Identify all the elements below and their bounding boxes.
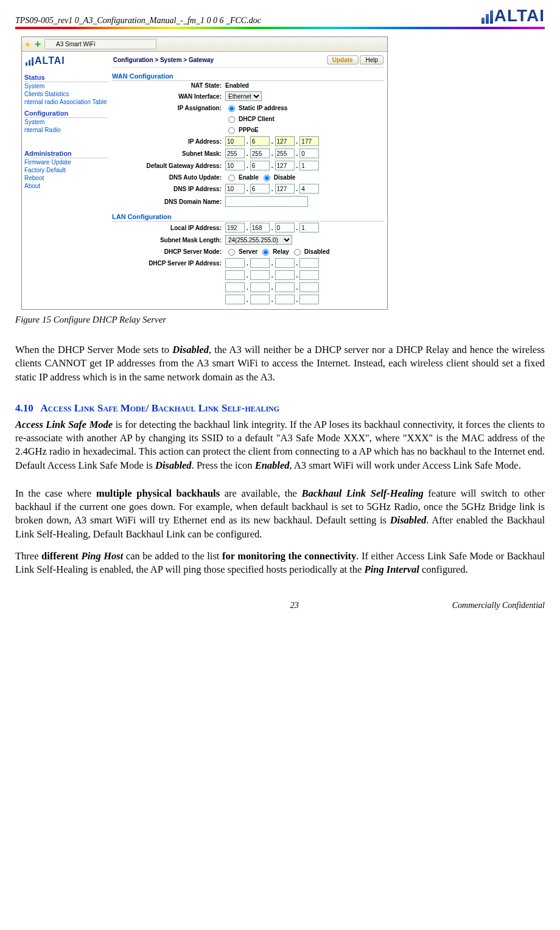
- figure-caption: Figure 15 Configure DHCP Relay Server: [15, 315, 545, 325]
- page-header: TPS09-005_rev1 0_A3_Configuration_Manual…: [15, 6, 545, 26]
- confidentiality-notice: Commercially Confidential: [452, 601, 545, 610]
- dhcp-srv4-oct1[interactable]: [225, 295, 245, 304]
- rainbow-divider: [15, 27, 545, 29]
- radio-dns-disable[interactable]: [264, 175, 270, 181]
- dhcp-srv4-oct4[interactable]: [299, 295, 319, 304]
- logo-text: ALTAI: [494, 6, 545, 26]
- gw-oct2[interactable]: [250, 161, 270, 170]
- dhcp-srv2-oct3[interactable]: [275, 270, 295, 280]
- local-ip-oct4[interactable]: [299, 223, 319, 232]
- logo-bars-icon: [481, 8, 493, 24]
- gw-oct1[interactable]: [225, 161, 245, 170]
- sidebar-item-config-system[interactable]: System: [23, 118, 108, 126]
- sidebar-item-factory-default[interactable]: Factory Default: [23, 166, 108, 174]
- radio-dhcp-server[interactable]: [228, 249, 235, 256]
- sidebar-item-internal-radio[interactable]: nternal Radio: [23, 126, 108, 134]
- sidebar-item-about[interactable]: About: [23, 182, 108, 190]
- breadcrumb: Configuration > System > Gateway: [113, 57, 214, 63]
- radio-dns-enable[interactable]: [228, 175, 235, 181]
- dhcp-server-ip-label: DHCP Server IP Address:: [112, 260, 225, 267]
- dns-oct4[interactable]: [299, 184, 319, 194]
- dns-domain-input[interactable]: [225, 196, 308, 207]
- sidebar-item-clients-stats[interactable]: Clients Statistics: [23, 90, 108, 98]
- dhcp-srv2-oct1[interactable]: [225, 270, 245, 280]
- local-ip-oct2[interactable]: [250, 223, 270, 232]
- browser-titlebar: ★ ✚ A3 Smart WiFi: [22, 37, 387, 52]
- wan-interface-label: WAN Interface:: [112, 93, 225, 100]
- paragraph-3: In the case where multiple physical back…: [15, 487, 545, 541]
- dhcp-srv4-oct3[interactable]: [275, 295, 295, 304]
- sidebar-item-firmware[interactable]: Firmware Update: [23, 158, 108, 166]
- radio-dhcp-relay[interactable]: [262, 249, 269, 256]
- wan-interface-select[interactable]: Ethernet: [225, 91, 262, 101]
- sidebar-logo: ALTAI: [23, 54, 108, 70]
- subnet-oct2[interactable]: [250, 149, 270, 158]
- document-path: TPS09-005_rev1 0_A3_Configuration_Manual…: [15, 16, 261, 26]
- embedded-screenshot: ★ ✚ A3 Smart WiFi ALTAI Status System Cl…: [21, 37, 388, 310]
- ip-addr-oct2[interactable]: [250, 136, 270, 146]
- tab-title: A3 Smart WiFi: [56, 41, 95, 47]
- dhcp-srv1-oct3[interactable]: [275, 258, 295, 268]
- dhcp-srv2-oct2[interactable]: [250, 270, 270, 280]
- dhcp-srv3-oct1[interactable]: [225, 282, 245, 292]
- browser-tab[interactable]: A3 Smart WiFi: [44, 39, 156, 49]
- dhcp-srv1-oct2[interactable]: [250, 258, 270, 268]
- dhcp-srv1-oct4[interactable]: [299, 258, 319, 268]
- gateway-label: Default Gateway Address:: [112, 163, 225, 169]
- ip-addr-oct3[interactable]: [275, 136, 295, 146]
- local-ip-oct3[interactable]: [275, 223, 295, 232]
- sidebar-item-system[interactable]: System: [23, 82, 108, 90]
- dhcp-srv3-oct2[interactable]: [250, 282, 270, 292]
- dns-oct2[interactable]: [250, 184, 270, 194]
- favorite-star-icon[interactable]: ★: [24, 40, 31, 49]
- radio-pppoe[interactable]: [228, 127, 235, 134]
- section-heading: 4.10 Access Link Safe Mode/ Backhaul Lin…: [15, 402, 545, 414]
- nat-state-label: NAT State:: [112, 82, 225, 89]
- sidebar-group-status: Status: [23, 70, 108, 82]
- paragraph-1: When the DHCP Server Mode sets to Disabl…: [15, 343, 545, 384]
- ip-assignation-label: IP Assignation:: [112, 105, 225, 111]
- add-favorite-icon[interactable]: ✚: [35, 40, 41, 49]
- dhcp-srv3-oct3[interactable]: [275, 282, 295, 292]
- sidebar-item-assoc-table[interactable]: nternal radio Association Table: [23, 98, 108, 106]
- dhcp-mode-label: DHCP Server Mode:: [112, 248, 225, 255]
- radio-dhcp-disabled[interactable]: [294, 249, 301, 256]
- mask-len-label: Subnet Mask Length:: [112, 237, 225, 243]
- dns-ip-label: DNS IP Address:: [112, 186, 225, 192]
- gw-oct4[interactable]: [299, 161, 319, 170]
- sidebar: ALTAI Status System Clients Statistics n…: [22, 52, 110, 309]
- subnet-label: Subnet Mask:: [112, 150, 225, 157]
- local-ip-oct1[interactable]: [225, 223, 245, 232]
- dns-domain-label: DNS Domain Name:: [112, 198, 225, 205]
- subnet-oct3[interactable]: [275, 149, 295, 158]
- subnet-oct4[interactable]: [299, 149, 319, 158]
- dns-oct1[interactable]: [225, 184, 245, 194]
- page-footer: 23 Commercially Confidential: [15, 601, 545, 610]
- sidebar-item-reboot[interactable]: Reboot: [23, 174, 108, 182]
- mask-len-select[interactable]: 24(255.255.255.0): [225, 235, 292, 245]
- local-ip-label: Local IP Address:: [112, 225, 225, 231]
- body-text: When the DHCP Server Mode sets to Disabl…: [15, 343, 545, 576]
- dhcp-srv3-oct4[interactable]: [299, 282, 319, 292]
- gw-oct3[interactable]: [275, 161, 295, 170]
- dhcp-srv1-oct1[interactable]: [225, 258, 245, 268]
- radio-dhcp-client[interactable]: [228, 116, 235, 123]
- sidebar-group-config: Configuration: [23, 106, 108, 118]
- sidebar-group-admin: Administration: [23, 146, 108, 158]
- subnet-oct1[interactable]: [225, 149, 245, 158]
- radio-static-ip[interactable]: [228, 105, 235, 112]
- help-button[interactable]: Help: [360, 55, 383, 65]
- update-button[interactable]: Update: [327, 55, 359, 65]
- paragraph-2: Access Link Safe Mode is for detecting t…: [15, 418, 545, 472]
- ip-addr-oct4[interactable]: [299, 136, 319, 146]
- main-panel: Configuration > System > Gateway Update …: [110, 52, 387, 309]
- dns-auto-label: DNS Auto Update:: [112, 174, 225, 181]
- nat-state-value: Enabled: [225, 82, 249, 89]
- dns-oct3[interactable]: [275, 184, 295, 194]
- dhcp-srv4-oct2[interactable]: [250, 295, 270, 304]
- lan-section-header: LAN Configuration: [112, 211, 385, 222]
- dhcp-srv2-oct4[interactable]: [299, 270, 319, 280]
- page-number: 23: [137, 601, 452, 610]
- ip-addr-oct1[interactable]: [225, 136, 245, 146]
- ip-address-label: IP Address:: [112, 138, 225, 145]
